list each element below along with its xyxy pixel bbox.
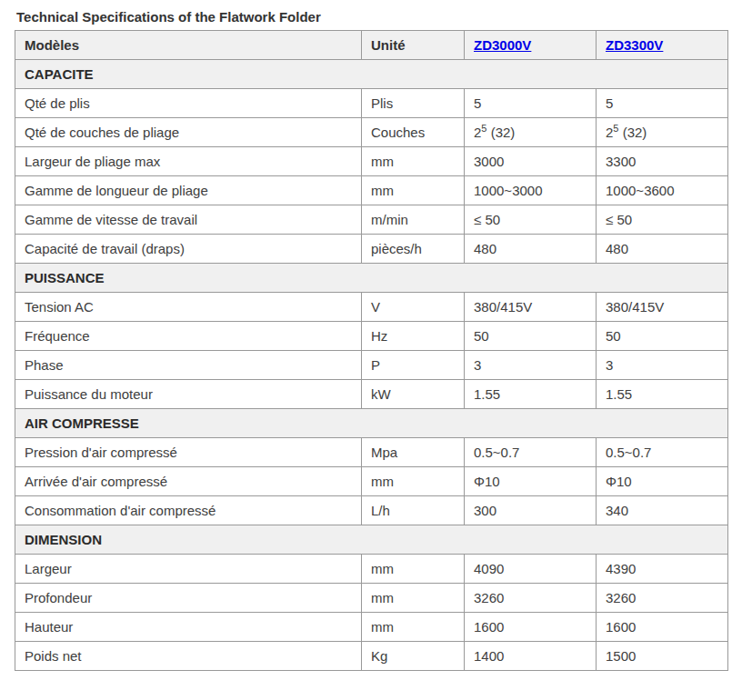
- spec-table-body: CAPACITEQté de plisPlis55Qté de couches …: [15, 60, 728, 671]
- spec-unit: V: [362, 293, 465, 322]
- table-row: Capacité de travail (draps)pièces/h48048…: [15, 235, 728, 264]
- spec-value-zd3300v: 340: [597, 496, 728, 525]
- spec-label: Gamme de longueur de pliage: [15, 176, 362, 205]
- section-row: PUISSANCE: [15, 264, 728, 293]
- table-row: Arrivée d'air compressémmΦ10Φ10: [15, 467, 728, 496]
- spec-value-zd3000v: 3260: [465, 584, 597, 613]
- section-row: DIMENSION: [15, 525, 728, 555]
- spec-value-zd3000v: 4090: [465, 555, 597, 584]
- spec-value-zd3000v: 300: [465, 496, 597, 525]
- table-row: Largeur de pliage maxmm30003300: [15, 147, 728, 176]
- spec-label: Qté de couches de pliage: [15, 118, 362, 147]
- spec-value-zd3300v: 4390: [597, 555, 728, 584]
- spec-table: Modèles Unité ZD3000V ZD3300V CAPACITEQt…: [15, 30, 728, 671]
- spec-unit: pièces/h: [362, 235, 465, 264]
- spec-value-zd3300v: 1600: [597, 613, 728, 642]
- table-row: Qté de plisPlis55: [15, 89, 728, 118]
- section-title: DIMENSION: [15, 525, 728, 555]
- spec-value-zd3000v: 5: [465, 89, 597, 118]
- spec-value-zd3300v: 480: [597, 235, 728, 264]
- spec-label: Qté de plis: [15, 89, 362, 118]
- table-row: Largeurmm40904390: [15, 555, 728, 584]
- table-row: Qté de couches de pliageCouches25 (32)25…: [15, 118, 728, 147]
- spec-unit: m/min: [362, 205, 465, 235]
- table-row: Gamme de vitesse de travailm/min≤ 50≤ 50: [15, 205, 728, 235]
- spec-value-zd3000v: 1000~3000: [465, 176, 597, 205]
- spec-unit: P: [362, 351, 465, 380]
- table-row: Consommation d'air compresséL/h300340: [15, 496, 728, 525]
- section-title: AIR COMPRESSE: [15, 409, 728, 438]
- spec-value-zd3000v: 50: [465, 322, 597, 351]
- spec-label: Consommation d'air compressé: [15, 496, 362, 525]
- spec-value-zd3300v: 380/415V: [597, 293, 728, 322]
- spec-value-zd3300v: Φ10: [597, 467, 728, 496]
- table-row: Pression d'air compresséMpa0.5~0.70.5~0.…: [15, 438, 728, 467]
- spec-value-zd3300v: 3300: [597, 147, 728, 176]
- spec-value-zd3000v: 1400: [465, 642, 597, 671]
- spec-value-zd3300v: 0.5~0.7: [597, 438, 728, 467]
- spec-label: Pression d'air compressé: [15, 438, 362, 467]
- spec-value-zd3300v: 1.55: [597, 380, 728, 409]
- spec-label: Largeur de pliage max: [15, 147, 362, 176]
- model-link-zd3300v[interactable]: ZD3300V: [606, 37, 663, 53]
- spec-unit: Mpa: [362, 438, 465, 467]
- spec-value-zd3300v: 25 (32): [597, 118, 728, 147]
- section-title: PUISSANCE: [15, 264, 728, 293]
- column-header-modeles: Modèles: [15, 31, 362, 60]
- spec-value-zd3000v: 1.55: [465, 380, 597, 409]
- spec-label: Fréquence: [15, 322, 362, 351]
- superscript-exponent: 5: [481, 123, 486, 134]
- spec-value-zd3000v: 3000: [465, 147, 597, 176]
- spec-label: Poids net: [15, 642, 362, 671]
- spec-value-zd3000v: ≤ 50: [465, 205, 597, 235]
- spec-unit: Kg: [362, 642, 465, 671]
- section-row: AIR COMPRESSE: [15, 409, 728, 438]
- spec-label: Arrivée d'air compressé: [15, 467, 362, 496]
- spec-unit: mm: [362, 613, 465, 642]
- spec-value-zd3300v: 3260: [597, 584, 728, 613]
- spec-label: Phase: [15, 351, 362, 380]
- table-row: Hauteurmm16001600: [15, 613, 728, 642]
- spec-unit: mm: [362, 147, 465, 176]
- table-row: PhaseP33: [15, 351, 728, 380]
- spec-value-zd3300v: 5: [597, 89, 728, 118]
- table-row: Poids netKg14001500: [15, 642, 728, 671]
- spec-value-zd3000v: 0.5~0.7: [465, 438, 597, 467]
- model-link-zd3000v[interactable]: ZD3000V: [474, 37, 531, 53]
- spec-unit: mm: [362, 176, 465, 205]
- spec-unit: Hz: [362, 322, 465, 351]
- superscript-exponent: 5: [613, 123, 618, 134]
- table-row: Puissance du moteurkW1.551.55: [15, 380, 728, 409]
- table-row: Profondeurmm32603260: [15, 584, 728, 613]
- spec-label: Capacité de travail (draps): [15, 235, 362, 264]
- table-row: FréquenceHz5050: [15, 322, 728, 351]
- spec-unit: mm: [362, 584, 465, 613]
- spec-value-zd3300v: 1000~3600: [597, 176, 728, 205]
- spec-value-zd3300v: 1500: [597, 642, 728, 671]
- spec-unit: Plis: [362, 89, 465, 118]
- spec-unit: kW: [362, 380, 465, 409]
- spec-value-zd3000v: 3: [465, 351, 597, 380]
- table-row: Gamme de longueur de pliagemm1000~300010…: [15, 176, 728, 205]
- column-header-zd3300v: ZD3300V: [597, 31, 728, 60]
- spec-label: Largeur: [15, 555, 362, 584]
- spec-unit: L/h: [362, 496, 465, 525]
- spec-label: Hauteur: [15, 613, 362, 642]
- spec-value-zd3300v: 50: [597, 322, 728, 351]
- spec-label: Puissance du moteur: [15, 380, 362, 409]
- spec-label: Profondeur: [15, 584, 362, 613]
- spec-value-zd3000v: 25 (32): [465, 118, 597, 147]
- column-header-unite: Unité: [362, 31, 465, 60]
- table-header-row: Modèles Unité ZD3000V ZD3300V: [15, 31, 728, 60]
- spec-label: Tension AC: [15, 293, 362, 322]
- spec-value-zd3000v: 480: [465, 235, 597, 264]
- spec-unit: mm: [362, 555, 465, 584]
- spec-value-zd3000v: Φ10: [465, 467, 597, 496]
- spec-value-zd3300v: 3: [597, 351, 728, 380]
- section-row: CAPACITE: [15, 60, 728, 89]
- spec-unit: Couches: [362, 118, 465, 147]
- section-title: CAPACITE: [15, 60, 728, 89]
- spec-label: Gamme de vitesse de travail: [15, 205, 362, 235]
- spec-value-zd3000v: 1600: [465, 613, 597, 642]
- table-row: Tension ACV380/415V380/415V: [15, 293, 728, 322]
